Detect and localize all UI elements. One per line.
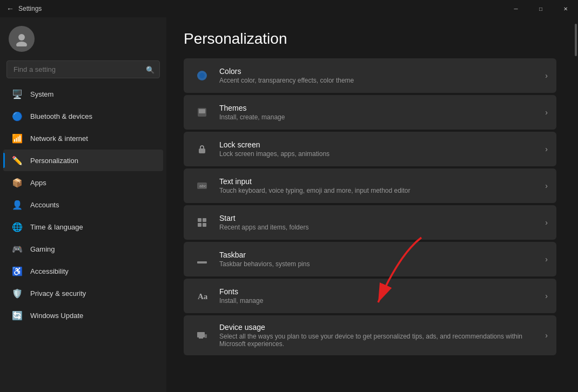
close-button[interactable]: ✕ (553, 0, 578, 17)
update-nav-icon: 🔄 (12, 310, 23, 321)
svg-point-3 (199, 73, 205, 78)
svg-point-0 (18, 34, 25, 40)
settings-item-icon-start (192, 213, 212, 232)
settings-item-chevron-deviceusage: › (545, 331, 548, 340)
main-with-scrollbar: Personalization ColorsAccent color, tran… (166, 17, 578, 392)
settings-item-desc-textinput: Touch keyboard, voice typing, emoji and … (219, 187, 545, 194)
scrollbar-track[interactable] (574, 17, 578, 392)
settings-item-taskbar[interactable]: TaskbarTaskbar behaviors, system pins› (184, 242, 556, 276)
settings-item-title-lockscreen: Lock screen (219, 140, 545, 149)
sidebar-item-system[interactable]: 🖥️System (3, 83, 163, 105)
settings-item-chevron-start: › (545, 218, 548, 227)
settings-item-icon-fonts: Aa (192, 286, 212, 306)
app-title: Settings (18, 5, 42, 12)
settings-item-deviceusage[interactable]: Device usageSelect all the ways you plan… (184, 315, 556, 355)
settings-item-chevron-fonts: › (545, 292, 548, 300)
sidebar-item-accessibility[interactable]: ♿Accessibility (3, 260, 163, 282)
search-input[interactable] (6, 60, 160, 78)
settings-item-desc-lockscreen: Lock screen images, apps, animations (219, 150, 545, 158)
settings-item-wrapper-fonts: AaFontsInstall, manage› (184, 279, 556, 313)
settings-item-chevron-colors: › (545, 71, 548, 80)
sidebar: 🔍 🖥️System🔵Bluetooth & devices📶Network &… (0, 17, 166, 392)
settings-item-start[interactable]: StartRecent apps and items, folders› (184, 205, 556, 240)
system-nav-icon: 🖥️ (12, 89, 23, 99)
user-profile[interactable] (0, 17, 166, 58)
sidebar-item-label-accessibility: Accessibility (30, 267, 69, 275)
settings-item-themes[interactable]: ThemesInstall, create, manage› (184, 95, 556, 130)
settings-item-title-fonts: Fonts (219, 287, 545, 296)
gaming-nav-icon: 🎮 (12, 244, 23, 254)
sidebar-item-personalization[interactable]: ✏️Personalization (3, 150, 163, 171)
svg-rect-16 (199, 337, 203, 339)
accounts-nav-icon: 👤 (12, 199, 23, 210)
sidebar-item-gaming[interactable]: 🎮Gaming (3, 238, 163, 260)
settings-item-icon-taskbar (192, 249, 212, 269)
scrollbar-thumb (575, 24, 577, 56)
settings-item-wrapper-taskbar: TaskbarTaskbar behaviors, system pins› (184, 242, 556, 276)
sidebar-item-privacy[interactable]: 🛡️Privacy & security (3, 282, 163, 304)
settings-item-desc-themes: Install, create, manage (219, 113, 545, 121)
settings-item-desc-fonts: Install, manage (219, 297, 545, 305)
settings-item-text-taskbar: TaskbarTaskbar behaviors, system pins (219, 251, 545, 268)
sidebar-item-label-update: Windows Update (30, 312, 83, 320)
settings-item-desc-colors: Accent color, transparency effects, colo… (219, 77, 545, 84)
settings-item-text-themes: ThemesInstall, create, manage (219, 104, 545, 121)
sidebar-item-label-apps: Apps (30, 179, 46, 187)
sidebar-nav: 🖥️System🔵Bluetooth & devices📶Network & i… (0, 83, 166, 327)
maximize-button[interactable]: □ (528, 0, 553, 17)
settings-item-icon-lockscreen (192, 139, 212, 159)
settings-item-title-themes: Themes (219, 104, 545, 112)
settings-item-lockscreen[interactable]: Lock screenLock screen images, apps, ani… (184, 132, 556, 166)
settings-item-chevron-taskbar: › (545, 255, 548, 263)
sidebar-item-label-network: Network & internet (30, 134, 88, 143)
back-icon[interactable]: ← (6, 4, 14, 13)
sidebar-item-accounts[interactable]: 👤Accounts (3, 194, 163, 215)
settings-item-text-lockscreen: Lock screenLock screen images, apps, ani… (219, 140, 545, 158)
settings-item-text-colors: ColorsAccent color, transparency effects… (219, 67, 545, 84)
sidebar-item-label-personalization: Personalization (30, 157, 78, 165)
title-bar-controls: ─ □ ✕ (503, 0, 578, 17)
search-icon: 🔍 (146, 65, 154, 73)
svg-rect-11 (198, 223, 201, 227)
page-title: Personalization (184, 30, 556, 48)
main-content: Personalization ColorsAccent color, tran… (166, 17, 574, 392)
settings-item-desc-start: Recent apps and items, folders (219, 224, 545, 231)
settings-item-icon-themes (192, 103, 212, 122)
svg-rect-17 (205, 334, 207, 338)
settings-item-desc-taskbar: Taskbar behaviors, system pins (219, 260, 545, 268)
time-nav-icon: 🌐 (12, 221, 23, 232)
settings-item-colors[interactable]: ColorsAccent color, transparency effects… (184, 58, 556, 93)
title-bar: ← Settings ─ □ ✕ (0, 0, 578, 17)
settings-item-wrapper-colors: ColorsAccent color, transparency effects… (184, 58, 556, 93)
svg-rect-6 (199, 148, 205, 153)
sidebar-item-label-bluetooth: Bluetooth & devices (30, 112, 92, 120)
settings-item-desc-deviceusage: Select all the ways you plan to use your… (219, 333, 545, 348)
settings-item-wrapper-deviceusage: Device usageSelect all the ways you plan… (184, 315, 556, 355)
sidebar-item-network[interactable]: 📶Network & internet (3, 127, 163, 149)
sidebar-item-update[interactable]: 🔄Windows Update (3, 305, 163, 326)
settings-item-wrapper-start: StartRecent apps and items, folders› (184, 205, 556, 240)
apps-nav-icon: 📦 (12, 177, 23, 188)
app-container: 🔍 🖥️System🔵Bluetooth & devices📶Network &… (0, 17, 578, 392)
sidebar-item-label-system: System (30, 90, 53, 98)
svg-rect-9 (198, 218, 201, 222)
sidebar-item-bluetooth[interactable]: 🔵Bluetooth & devices (3, 105, 163, 127)
accessibility-nav-icon: ♿ (12, 266, 23, 276)
settings-item-icon-deviceusage (192, 326, 212, 345)
settings-item-wrapper-textinput: abcText inputTouch keyboard, voice typin… (184, 168, 556, 203)
sidebar-item-apps[interactable]: 📦Apps (3, 172, 163, 193)
settings-item-title-taskbar: Taskbar (219, 251, 545, 259)
title-bar-left: ← Settings (6, 4, 42, 13)
avatar (9, 26, 35, 52)
sidebar-item-time[interactable]: 🌐Time & language (3, 216, 163, 238)
settings-item-text-fonts: FontsInstall, manage (219, 287, 545, 305)
svg-text:abc: abc (199, 184, 206, 188)
settings-item-textinput[interactable]: abcText inputTouch keyboard, voice typin… (184, 168, 556, 203)
search-box: 🔍 (6, 60, 160, 78)
settings-item-title-start: Start (219, 214, 545, 222)
settings-item-fonts[interactable]: AaFontsInstall, manage› (184, 279, 556, 313)
svg-text:Aa: Aa (198, 292, 208, 301)
settings-item-title-colors: Colors (219, 67, 545, 76)
settings-item-text-textinput: Text inputTouch keyboard, voice typing, … (219, 177, 545, 194)
minimize-button[interactable]: ─ (503, 0, 528, 17)
